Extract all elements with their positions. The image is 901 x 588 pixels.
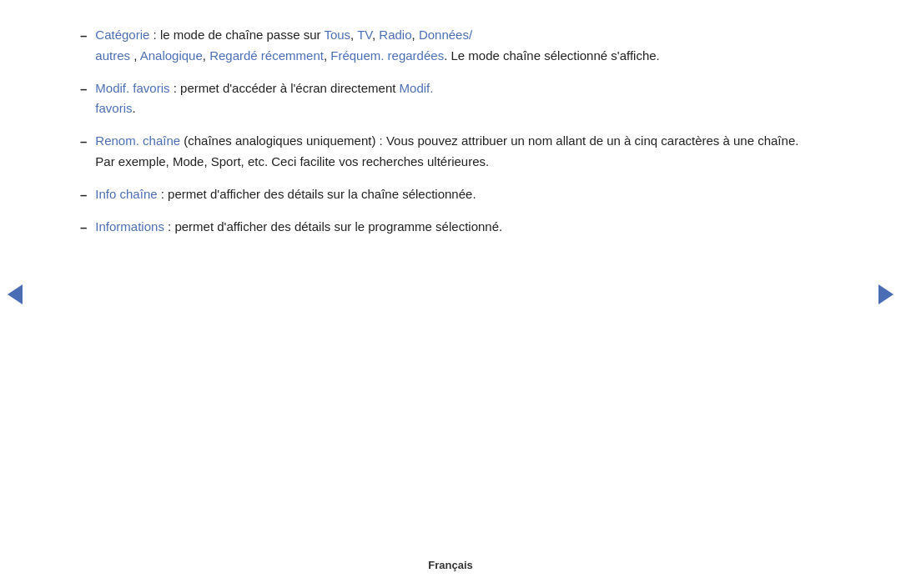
footer-label: Français [428, 559, 472, 571]
bullet-dash: – [80, 26, 87, 47]
item-text: Informations : permet d'afficher des dét… [95, 217, 821, 238]
value-highlight: Fréquem. regardées [330, 48, 444, 63]
bullet-dash: – [80, 132, 87, 153]
right-arrow-icon [878, 284, 893, 304]
list-item: – Modif. favoris : permet d'accéder à l'… [80, 78, 821, 120]
value-highlight: Tous [324, 28, 350, 42]
value-highlight: TV [357, 28, 372, 42]
bullet-list: – Catégorie : le mode de chaîne passe su… [80, 25, 821, 250]
list-item: – Info chaîne : permet d'afficher des dé… [80, 184, 821, 206]
prev-page-button[interactable] [0, 0, 30, 588]
term-highlight: Catégorie [95, 28, 149, 42]
next-page-button[interactable] [871, 0, 901, 588]
term-highlight: Renom. chaîne [95, 133, 180, 148]
left-arrow-icon [8, 284, 23, 304]
term-highlight: Informations [95, 219, 164, 234]
content-area: – Catégorie : le mode de chaîne passe su… [30, 0, 871, 588]
value-highlight: Regardé récemment [209, 48, 324, 63]
value-highlight: Radio [379, 28, 411, 42]
bullet-dash: – [80, 185, 87, 206]
list-item: – Informations : permet d'afficher des d… [80, 217, 821, 239]
bullet-dash: – [80, 79, 87, 100]
item-text: Modif. favoris : permet d'accéder à l'éc… [95, 78, 821, 120]
page-container: – Catégorie : le mode de chaîne passe su… [0, 0, 901, 588]
list-item: – Catégorie : le mode de chaîne passe su… [80, 25, 821, 67]
bullet-dash: – [80, 218, 87, 239]
list-item: – Renom. chaîne (chaînes analogiques uni… [80, 131, 821, 173]
value-highlight: Analogique [140, 48, 203, 63]
item-text: Renom. chaîne (chaînes analogiques uniqu… [95, 131, 821, 173]
item-text: Catégorie : le mode de chaîne passe sur … [95, 25, 821, 67]
term-highlight: Modif. favoris [95, 81, 169, 95]
term-highlight: Info chaîne [95, 187, 157, 201]
item-text: Info chaîne : permet d'afficher des déta… [95, 184, 821, 205]
